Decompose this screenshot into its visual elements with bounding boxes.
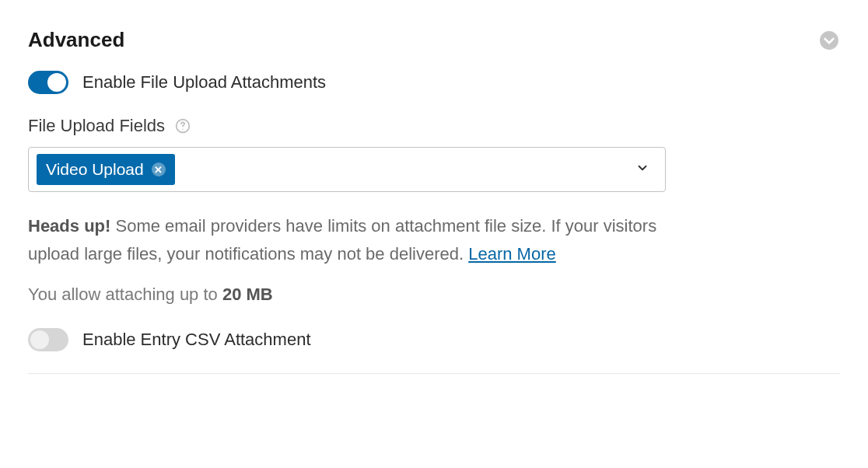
collapse-icon[interactable] <box>818 30 840 51</box>
svg-point-0 <box>820 31 838 50</box>
help-icon[interactable] <box>174 117 191 134</box>
file-upload-fields-label-row: File Upload Fields <box>28 116 840 136</box>
attachment-limit-text: You allow attaching up to 20 MB <box>28 285 840 305</box>
csv-attachment-row: Enable Entry CSV Attachment <box>28 328 840 351</box>
file-upload-fields-select[interactable]: Video Upload ✕ <box>28 147 666 192</box>
svg-point-2 <box>182 129 183 130</box>
toggle-knob <box>30 330 49 349</box>
chip-area: Video Upload ✕ <box>37 154 175 185</box>
limit-value: 20 MB <box>222 285 273 304</box>
warning-prefix: Heads up! <box>28 216 110 236</box>
chip-remove-icon[interactable]: ✕ <box>152 162 166 176</box>
enable-file-upload-label: Enable File Upload Attachments <box>82 72 326 93</box>
enable-csv-label: Enable Entry CSV Attachment <box>82 330 311 350</box>
warning-body: Some email providers have limits on atta… <box>28 216 656 264</box>
toggle-knob <box>47 73 66 92</box>
chip-label: Video Upload <box>46 160 144 179</box>
enable-file-upload-toggle[interactable] <box>28 71 68 94</box>
section-header: Advanced <box>28 28 840 52</box>
advanced-section: Advanced Enable File Upload Attachments … <box>28 28 840 351</box>
warning-text: Heads up! Some email providers have limi… <box>28 212 666 269</box>
limit-prefix: You allow attaching up to <box>28 285 222 304</box>
file-upload-attachments-row: Enable File Upload Attachments <box>28 71 840 94</box>
learn-more-link[interactable]: Learn More <box>468 244 556 264</box>
chevron-down-icon <box>635 161 649 178</box>
selected-chip-video-upload: Video Upload ✕ <box>37 154 175 185</box>
divider <box>28 373 840 374</box>
section-title: Advanced <box>28 28 124 52</box>
enable-csv-toggle[interactable] <box>28 328 68 351</box>
file-upload-fields-label: File Upload Fields <box>28 116 165 136</box>
